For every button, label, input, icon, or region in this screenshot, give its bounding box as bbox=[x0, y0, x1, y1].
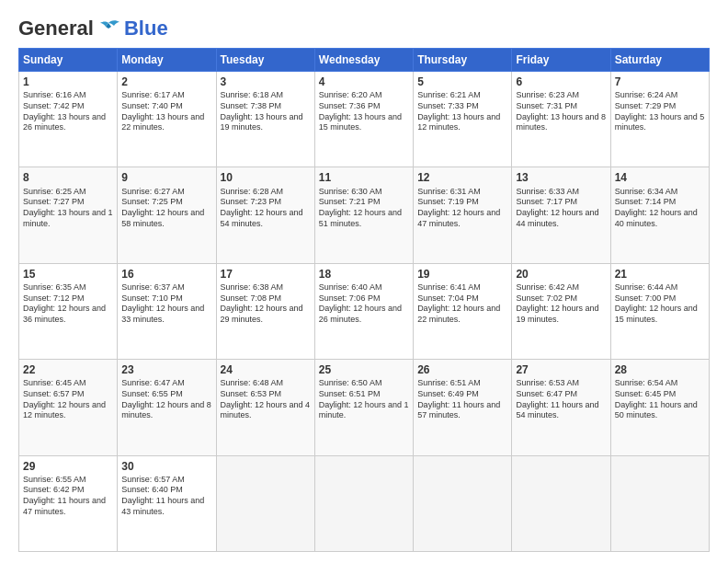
day-number: 18 bbox=[319, 267, 409, 282]
logo-bird-icon bbox=[96, 19, 121, 38]
day-info: Sunrise: 6:25 AMSunset: 7:27 PMDaylight:… bbox=[23, 187, 113, 230]
day-number: 2 bbox=[121, 75, 211, 89]
table-cell: 30Sunrise: 6:57 AMSunset: 6:40 PMDayligh… bbox=[118, 455, 216, 551]
day-number: 16 bbox=[121, 267, 211, 282]
day-number: 5 bbox=[417, 75, 507, 89]
day-info: Sunrise: 6:17 AMSunset: 7:40 PMDaylight:… bbox=[121, 90, 211, 133]
table-cell bbox=[610, 455, 709, 551]
table-cell bbox=[512, 455, 610, 551]
header-thursday: Thursday bbox=[414, 49, 512, 72]
table-cell bbox=[216, 455, 314, 551]
day-info: Sunrise: 6:40 AMSunset: 7:06 PMDaylight:… bbox=[319, 282, 409, 326]
table-cell: 10Sunrise: 6:28 AMSunset: 7:23 PMDayligh… bbox=[216, 167, 314, 263]
table-cell: 1Sunrise: 6:16 AMSunset: 7:42 PMDaylight… bbox=[19, 72, 118, 167]
table-cell: 20Sunrise: 6:42 AMSunset: 7:02 PMDayligh… bbox=[512, 263, 610, 359]
day-info: Sunrise: 6:53 AMSunset: 6:47 PMDaylight:… bbox=[516, 378, 606, 421]
table-cell: 14Sunrise: 6:34 AMSunset: 7:14 PMDayligh… bbox=[610, 167, 709, 263]
header-friday: Friday bbox=[512, 49, 610, 72]
day-number: 14 bbox=[615, 170, 705, 185]
header-saturday: Saturday bbox=[610, 49, 709, 72]
day-info: Sunrise: 6:42 AMSunset: 7:02 PMDaylight:… bbox=[516, 282, 606, 326]
day-info: Sunrise: 6:50 AMSunset: 6:51 PMDaylight:… bbox=[319, 378, 409, 421]
table-cell: 9Sunrise: 6:27 AMSunset: 7:25 PMDaylight… bbox=[118, 167, 216, 263]
table-cell: 8Sunrise: 6:25 AMSunset: 7:27 PMDaylight… bbox=[19, 167, 118, 263]
day-number: 24 bbox=[221, 362, 311, 377]
day-number: 30 bbox=[121, 459, 211, 474]
table-cell: 2Sunrise: 6:17 AMSunset: 7:40 PMDaylight… bbox=[118, 72, 216, 167]
table-cell: 12Sunrise: 6:31 AMSunset: 7:19 PMDayligh… bbox=[414, 167, 512, 263]
table-cell: 4Sunrise: 6:20 AMSunset: 7:36 PMDaylight… bbox=[314, 72, 413, 167]
day-info: Sunrise: 6:44 AMSunset: 7:00 PMDaylight:… bbox=[615, 282, 705, 326]
table-cell: 19Sunrise: 6:41 AMSunset: 7:04 PMDayligh… bbox=[414, 263, 512, 359]
day-info: Sunrise: 6:38 AMSunset: 7:08 PMDaylight:… bbox=[221, 282, 311, 326]
day-info: Sunrise: 6:16 AMSunset: 7:42 PMDaylight:… bbox=[23, 90, 113, 133]
table-cell: 15Sunrise: 6:35 AMSunset: 7:12 PMDayligh… bbox=[19, 263, 118, 359]
table-cell: 5Sunrise: 6:21 AMSunset: 7:33 PMDaylight… bbox=[414, 72, 512, 167]
day-info: Sunrise: 6:33 AMSunset: 7:17 PMDaylight:… bbox=[516, 187, 606, 230]
day-number: 10 bbox=[221, 170, 311, 185]
logo: General Blue bbox=[18, 17, 168, 40]
table-cell bbox=[314, 455, 413, 551]
day-number: 23 bbox=[121, 362, 211, 377]
calendar-header-row: Sunday Monday Tuesday Wednesday Thursday… bbox=[19, 49, 710, 72]
day-number: 19 bbox=[417, 267, 507, 282]
page: General Blue Sunday Monday Tuesday bbox=[0, 0, 728, 563]
day-number: 9 bbox=[121, 170, 211, 185]
day-number: 11 bbox=[319, 170, 409, 185]
day-number: 6 bbox=[516, 75, 606, 89]
calendar-table: Sunday Monday Tuesday Wednesday Thursday… bbox=[18, 48, 710, 552]
day-number: 8 bbox=[23, 170, 113, 185]
day-info: Sunrise: 6:23 AMSunset: 7:31 PMDaylight:… bbox=[516, 90, 606, 133]
table-cell: 25Sunrise: 6:50 AMSunset: 6:51 PMDayligh… bbox=[314, 360, 413, 455]
day-number: 17 bbox=[221, 267, 311, 282]
day-info: Sunrise: 6:45 AMSunset: 6:57 PMDaylight:… bbox=[23, 378, 113, 421]
day-number: 4 bbox=[319, 75, 409, 89]
day-info: Sunrise: 6:47 AMSunset: 6:55 PMDaylight:… bbox=[121, 378, 211, 421]
table-cell: 3Sunrise: 6:18 AMSunset: 7:38 PMDaylight… bbox=[216, 72, 314, 167]
day-info: Sunrise: 6:35 AMSunset: 7:12 PMDaylight:… bbox=[23, 282, 113, 326]
table-cell: 23Sunrise: 6:47 AMSunset: 6:55 PMDayligh… bbox=[118, 360, 216, 455]
table-cell: 11Sunrise: 6:30 AMSunset: 7:21 PMDayligh… bbox=[314, 167, 413, 263]
day-number: 12 bbox=[417, 170, 507, 185]
header-wednesday: Wednesday bbox=[314, 49, 413, 72]
day-number: 22 bbox=[23, 362, 113, 377]
day-info: Sunrise: 6:18 AMSunset: 7:38 PMDaylight:… bbox=[221, 90, 311, 133]
table-cell: 24Sunrise: 6:48 AMSunset: 6:53 PMDayligh… bbox=[216, 360, 314, 455]
day-number: 28 bbox=[615, 362, 705, 377]
day-number: 13 bbox=[516, 170, 606, 185]
day-info: Sunrise: 6:28 AMSunset: 7:23 PMDaylight:… bbox=[221, 187, 311, 230]
day-info: Sunrise: 6:34 AMSunset: 7:14 PMDaylight:… bbox=[615, 187, 705, 230]
day-info: Sunrise: 6:24 AMSunset: 7:29 PMDaylight:… bbox=[615, 90, 705, 133]
table-cell: 16Sunrise: 6:37 AMSunset: 7:10 PMDayligh… bbox=[118, 263, 216, 359]
day-info: Sunrise: 6:20 AMSunset: 7:36 PMDaylight:… bbox=[319, 90, 409, 133]
table-cell: 26Sunrise: 6:51 AMSunset: 6:49 PMDayligh… bbox=[414, 360, 512, 455]
table-cell: 18Sunrise: 6:40 AMSunset: 7:06 PMDayligh… bbox=[314, 263, 413, 359]
header-tuesday: Tuesday bbox=[216, 49, 314, 72]
table-cell: 27Sunrise: 6:53 AMSunset: 6:47 PMDayligh… bbox=[512, 360, 610, 455]
table-cell: 7Sunrise: 6:24 AMSunset: 7:29 PMDaylight… bbox=[610, 72, 709, 167]
day-info: Sunrise: 6:37 AMSunset: 7:10 PMDaylight:… bbox=[121, 282, 211, 326]
day-number: 26 bbox=[417, 362, 507, 377]
day-info: Sunrise: 6:27 AMSunset: 7:25 PMDaylight:… bbox=[121, 187, 211, 230]
day-number: 27 bbox=[516, 362, 606, 377]
day-info: Sunrise: 6:55 AMSunset: 6:42 PMDaylight:… bbox=[23, 475, 113, 518]
day-number: 15 bbox=[23, 267, 113, 282]
table-cell: 6Sunrise: 6:23 AMSunset: 7:31 PMDaylight… bbox=[512, 72, 610, 167]
day-info: Sunrise: 6:48 AMSunset: 6:53 PMDaylight:… bbox=[221, 378, 311, 421]
day-info: Sunrise: 6:31 AMSunset: 7:19 PMDaylight:… bbox=[417, 187, 507, 230]
header-monday: Monday bbox=[118, 49, 216, 72]
header: General Blue bbox=[18, 17, 710, 40]
day-number: 7 bbox=[615, 75, 705, 89]
logo-text: General bbox=[18, 17, 121, 40]
table-cell bbox=[414, 455, 512, 551]
day-number: 20 bbox=[516, 267, 606, 282]
table-cell: 28Sunrise: 6:54 AMSunset: 6:45 PMDayligh… bbox=[610, 360, 709, 455]
blue-text: Blue bbox=[124, 17, 168, 40]
header-sunday: Sunday bbox=[19, 49, 118, 72]
table-cell: 17Sunrise: 6:38 AMSunset: 7:08 PMDayligh… bbox=[216, 263, 314, 359]
day-number: 29 bbox=[23, 459, 113, 474]
day-number: 1 bbox=[23, 75, 113, 89]
day-info: Sunrise: 6:41 AMSunset: 7:04 PMDaylight:… bbox=[417, 282, 507, 326]
table-cell: 13Sunrise: 6:33 AMSunset: 7:17 PMDayligh… bbox=[512, 167, 610, 263]
day-info: Sunrise: 6:57 AMSunset: 6:40 PMDaylight:… bbox=[121, 475, 211, 518]
